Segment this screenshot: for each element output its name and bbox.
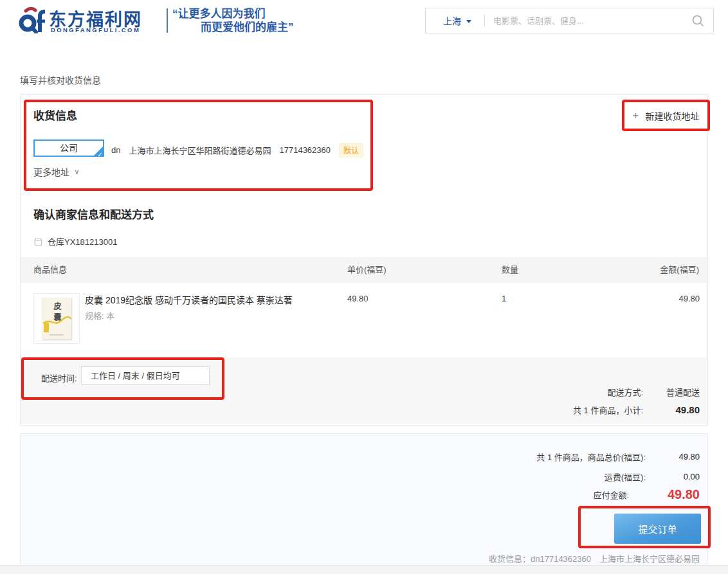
payable-value-group: 49.80 — [629, 487, 700, 502]
cover-chip — [44, 323, 49, 332]
summary-shipping-row: 运费(福豆): 0.00 — [605, 471, 700, 483]
header-divider — [167, 8, 168, 33]
more-addresses-label: 更多地址 — [33, 165, 69, 178]
delivery-method-row: 配送方式: 普通配送 — [607, 386, 700, 398]
delivery-method-value: 普通配送 — [643, 386, 700, 398]
city-label: 上海 — [443, 14, 461, 27]
recipient-phone: 17714362360 — [279, 145, 331, 155]
col-unit-price: 单价(福豆) — [347, 257, 387, 283]
product-amount: 49.80 — [678, 294, 700, 303]
col-product-info: 商品信息 — [33, 257, 67, 283]
chevron-down-icon: ∨ — [74, 167, 80, 176]
search-bar: 上海 — [425, 8, 714, 33]
page-title: 填写并核对收货信息 — [20, 73, 101, 86]
address-tag-company[interactable]: 公司 ✓ — [33, 139, 104, 157]
subtotal-value: 49.80 — [675, 404, 700, 415]
summary-total-label: 共 1 件商品，商品总价(福豆): — [536, 451, 646, 463]
subtotal-value-group: 49.80 — [643, 404, 700, 415]
col-quantity: 数量 — [502, 257, 518, 283]
recipient-address: 上海市上海长宁区华阳路街道德必易园 — [129, 144, 271, 156]
bottom-strip — [0, 565, 728, 574]
city-selector[interactable]: 上海 — [426, 14, 471, 27]
bean-icon — [663, 405, 673, 415]
default-badge: 默认 — [339, 143, 363, 157]
submit-order-button[interactable]: 提交订单 — [614, 514, 701, 544]
warehouse-name: 仓库YX181213001 — [48, 235, 117, 247]
summary-shipping-value: 0.00 — [646, 472, 700, 481]
address-section-title: 收货信息 — [33, 107, 77, 123]
footer-address-info: 收货信息：dn17714362360 上海市上海长宁区德必易园 — [489, 552, 700, 564]
bean-icon — [654, 490, 664, 500]
page: 东方福利网 DONGFANGFULI.COM “让更多人因为我们 而更爱他们的雇… — [0, 0, 728, 574]
subtotal-row: 共 1 件商品，小计: 49.80 — [573, 404, 700, 416]
caret-down-icon — [466, 20, 471, 23]
product-unit-price: 49.80 — [347, 294, 369, 303]
new-address-label: 新建收货地址 — [645, 109, 699, 122]
recipient-name: dn — [111, 145, 120, 155]
cover-decoration — [42, 298, 71, 339]
warehouse-row: 仓库YX181213001 — [33, 235, 117, 247]
merchant-section-title: 确认商家信息和配送方式 — [33, 206, 154, 222]
search-icon[interactable] — [691, 14, 705, 28]
book-cover: 皮囊 — [42, 298, 71, 339]
subtotal-label: 共 1 件商品，小计: — [573, 404, 643, 416]
search-input[interactable] — [485, 16, 691, 26]
more-addresses-link[interactable]: 更多地址 ∨ — [33, 165, 80, 178]
new-address-button[interactable]: + 新建收货地址 — [622, 100, 710, 131]
logo-mark-icon — [18, 6, 48, 33]
address-row: dn 上海市上海长宁区华阳路街道德必易园 17714362360 默认 — [111, 143, 363, 157]
slogan-line1: “让更多人因为我们 — [172, 7, 294, 21]
delivery-time-select[interactable]: 工作日 / 周末 / 假日均可 — [81, 366, 210, 385]
summary-payable-row: 应付金额: 49.80 — [593, 487, 700, 502]
brand-domain: DONGFANGFULI.COM — [51, 26, 140, 33]
col-amount: 金额(福豆) — [660, 257, 699, 283]
cover-line — [50, 334, 64, 336]
check-icon: ✓ — [98, 152, 103, 158]
delivery-method-label: 配送方式: — [607, 386, 643, 398]
product-image[interactable]: 皮囊 — [33, 293, 80, 344]
store-icon — [33, 237, 43, 246]
summary-payable-label: 应付金额: — [593, 489, 629, 501]
summary-total-row: 共 1 件商品，商品总价(福豆): 49.80 — [536, 451, 700, 463]
product-title[interactable]: 皮囊 2019纪念版 感动千万读者的国民读本 蔡崇达著 — [85, 293, 293, 306]
product-quantity: 1 — [502, 294, 506, 303]
table-header: 商品信息 单价(福豆) 数量 金额(福豆) — [21, 257, 707, 283]
slogan: “让更多人因为我们 而更爱他们的雇主” — [172, 7, 294, 34]
summary-shipping-label: 运费(福豆): — [605, 471, 646, 483]
payable-value: 49.80 — [668, 487, 700, 502]
delivery-time-label: 配送时间: — [41, 372, 77, 384]
product-spec: 规格: 本 — [85, 309, 114, 321]
slogan-line2: 而更爱他们的雇主” — [201, 21, 294, 34]
summary-total-value: 49.80 — [646, 452, 700, 462]
address-tag-label: 公司 — [60, 143, 78, 153]
plus-icon: + — [633, 109, 639, 122]
